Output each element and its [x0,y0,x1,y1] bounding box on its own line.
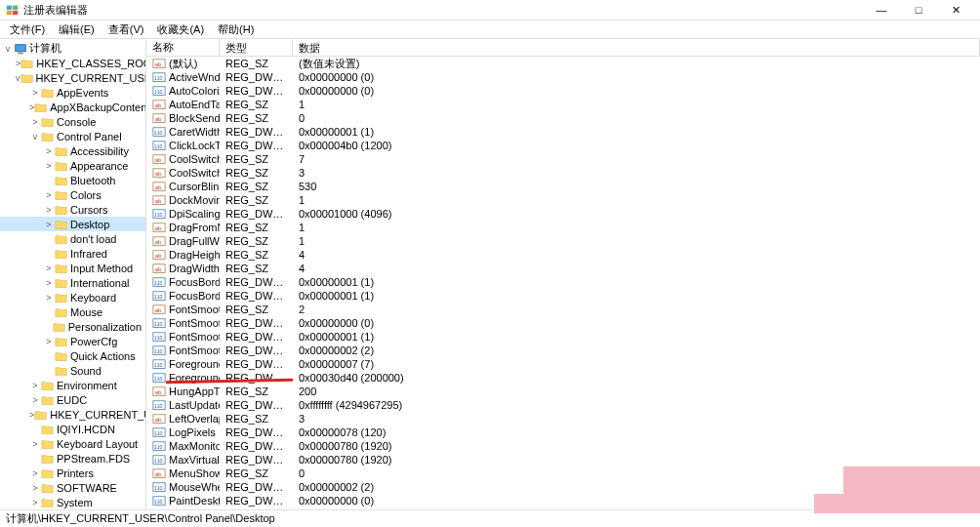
value-row[interactable]: 110FontSmoothin...REG_DWORD0x00000000 (0… [146,316,980,330]
expand-icon[interactable]: v [2,44,14,54]
tree-node[interactable]: >Appearance [0,158,145,173]
tree-node[interactable]: >Printers [0,466,145,480]
tree-node[interactable]: >Console [0,114,145,129]
expand-icon[interactable]: > [29,117,41,127]
value-name: FontSmoothin... [169,317,220,329]
tree-node[interactable]: >PowerCfg [0,334,145,348]
value-row[interactable]: abLeftOverlapCh...REG_SZ3 [146,412,980,426]
expand-icon[interactable]: > [29,468,41,478]
tree-node[interactable]: Sound [0,363,145,378]
value-row[interactable]: 110DpiScalingVerREG_DWORD0x00001000 (409… [146,207,980,221]
value-row[interactable]: abFontSmoothingREG_SZ2 [146,303,980,316]
menu-item[interactable]: 收藏夹(A) [151,22,210,37]
tree-node[interactable]: >EUDC [0,392,145,407]
expand-icon[interactable]: > [29,498,41,507]
tree-node[interactable]: >HKEY_CLASSES_ROOT [0,56,145,70]
tree-node[interactable]: IQIYI.HCDN [0,422,145,436]
expand-icon[interactable]: > [43,278,55,288]
tree-node[interactable]: Infrared [0,246,145,261]
tree-node[interactable]: >HKEY_CURRENT_USER [0,407,145,422]
expand-icon[interactable]: > [29,381,41,390]
value-row[interactable]: abAutoEndTasksREG_SZ1 [146,98,980,111]
tree-node[interactable]: >Input Method [0,261,145,275]
value-row[interactable]: abDockMovingREG_SZ1 [146,193,980,207]
col-data[interactable]: 数据 [293,39,980,56]
expand-icon[interactable]: > [43,337,55,346]
tree-node[interactable]: Bluetooth [0,173,145,187]
svg-text:ab: ab [155,224,162,231]
value-row[interactable]: 110LogPixelsREG_DWORD0x00000078 (120) [146,426,980,439]
tree-node[interactable]: >System [0,495,145,509]
tree-node[interactable]: Mouse [0,304,145,319]
value-row[interactable]: ab(默认)REG_SZ(数值未设置) [146,57,980,70]
tree-node[interactable]: >Environment [0,378,145,392]
menu-item[interactable]: 帮助(H) [212,22,260,37]
value-row[interactable]: 110AutoColorizati...REG_DWORD0x00000000 … [146,84,980,98]
tree-node[interactable]: >Keyboard Layout [0,436,145,451]
tree-node[interactable]: vControl Panel [0,129,145,143]
value-row[interactable]: 110MaxMonitorDi...REG_DWORD0x00000780 (1… [146,439,980,453]
tree-node[interactable]: vHKEY_CURRENT_USER [0,70,145,85]
expand-icon[interactable]: > [43,161,55,171]
value-row[interactable]: 110ForegroundLo...REG_DWORD0x00030d40 (2… [146,371,980,385]
value-row[interactable]: 110MaxVirtualDes...REG_DWORD0x00000780 (… [146,453,980,466]
tree-node[interactable]: v计算机 [0,41,145,56]
value-row[interactable]: 110FontSmoothin...REG_DWORD0x00000002 (2… [146,344,980,357]
value-row[interactable]: abDragFullWindo...REG_SZ1 [146,234,980,248]
expand-icon[interactable]: v [29,132,41,142]
value-row[interactable]: 110ActiveWndTra...REG_DWORD0x00000000 (0… [146,70,980,84]
tree-node[interactable]: >Desktop [0,217,145,231]
tree-node[interactable]: >Cursors [0,202,145,217]
expand-icon[interactable]: > [29,439,41,449]
tree-label: International [70,277,130,289]
tree-node[interactable]: PPStream.FDS [0,451,145,466]
value-row[interactable]: abHungAppTime...REG_SZ200 [146,385,980,398]
tree-node[interactable]: >Accessibility [0,143,145,158]
expand-icon[interactable]: > [29,395,41,405]
value-row[interactable]: 110LastUpdatedREG_DWORD0xffffffff (42949… [146,398,980,412]
value-row[interactable]: abCoolSwitchRo...REG_SZ3 [146,166,980,180]
tree-node[interactable]: Quick Actions [0,348,145,363]
expand-icon[interactable]: > [43,190,55,200]
tree-node[interactable]: >SOFTWARE [0,480,145,495]
value-row[interactable]: 110FontSmoothin...REG_DWORD0x00000001 (1… [146,330,980,344]
value-row[interactable]: abDragWidthREG_SZ4 [146,262,980,275]
value-row[interactable]: abBlockSendInpu...REG_SZ0 [146,111,980,125]
col-type[interactable]: 类型 [220,39,293,56]
menu-item[interactable]: 文件(F) [4,22,51,37]
svg-text:ab: ab [155,101,162,108]
tree-node[interactable]: >Keyboard [0,290,145,304]
col-name[interactable]: 名称 [146,39,220,56]
expand-icon[interactable]: > [43,264,55,273]
value-row[interactable]: 110CaretWidthREG_DWORD0x00000001 (1) [146,125,980,139]
minimize-button[interactable]: — [863,0,900,20]
expand-icon[interactable]: > [43,146,55,156]
tree-node[interactable]: >Colors [0,187,145,202]
value-row[interactable]: 110FocusBorderW...REG_DWORD0x00000001 (1… [146,289,980,303]
value-row[interactable]: abDragHeightREG_SZ4 [146,248,980,262]
tree-node[interactable]: >AppXBackupContentTy [0,100,145,114]
value-row[interactable]: 110ClickLockTimeREG_DWORD0x000004b0 (120… [146,139,980,152]
tree-node[interactable]: Personalization [0,319,145,334]
value-row[interactable]: abCoolSwitchCol...REG_SZ7 [146,152,980,166]
close-button[interactable]: ✕ [937,0,974,20]
expand-icon[interactable]: > [29,483,41,493]
value-row[interactable]: abDragFromMaxi...REG_SZ1 [146,221,980,234]
menu-item[interactable]: 编辑(E) [53,22,101,37]
value-row[interactable]: abCursorBlinkRateREG_SZ530 [146,180,980,193]
value-row[interactable]: 110FocusBorderH...REG_DWORD0x00000001 (1… [146,275,980,289]
values-pane[interactable]: 名称 类型 数据 ab(默认)REG_SZ(数值未设置)110ActiveWnd… [146,39,980,509]
expand-icon[interactable]: > [29,88,41,98]
value-row[interactable]: 110ForegroundFla...REG_DWORD0x00000007 (… [146,357,980,371]
tree-node[interactable]: >AppEvents [0,85,145,100]
tree-pane[interactable]: v计算机>HKEY_CLASSES_ROOTvHKEY_CURRENT_USER… [0,39,146,509]
maximize-button[interactable]: □ [900,0,937,20]
value-name: LeftOverlapCh... [169,413,220,425]
value-data: 0xffffffff (4294967295) [293,399,980,411]
tree-node[interactable]: don't load [0,231,145,246]
expand-icon[interactable]: > [43,220,55,229]
expand-icon[interactable]: > [43,293,55,303]
tree-node[interactable]: >International [0,275,145,290]
menu-item[interactable]: 查看(V) [102,22,150,37]
expand-icon[interactable]: > [43,205,55,215]
